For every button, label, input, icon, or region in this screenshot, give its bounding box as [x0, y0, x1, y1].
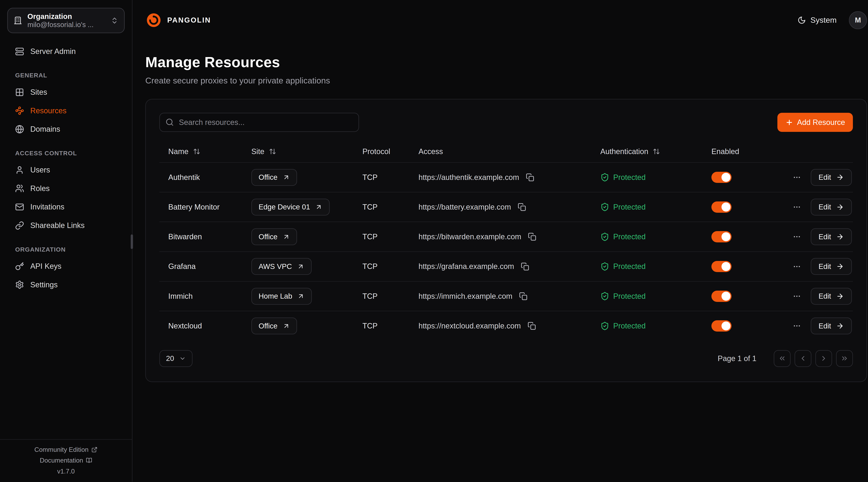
nav-section-access-control: ACCESS CONTROL [0, 138, 132, 161]
site-name: Office [258, 233, 277, 241]
search-input[interactable] [159, 113, 359, 132]
sidebar-item-sites[interactable]: Sites [0, 83, 132, 101]
arrow-up-right-icon [283, 233, 290, 240]
sidebar-item-users[interactable]: Users [0, 161, 132, 179]
resource-url: https://battery.example.com [418, 203, 511, 211]
add-resource-button[interactable]: Add Resource [777, 113, 853, 132]
row-menu-button[interactable] [790, 290, 803, 302]
auth-status: Protected [613, 292, 646, 300]
enabled-toggle[interactable] [711, 201, 732, 213]
chevrons-left-icon [778, 354, 786, 362]
edit-button[interactable]: Edit [811, 169, 852, 186]
topbar: PANGOLIN System M [145, 0, 867, 40]
edit-label: Edit [818, 322, 831, 330]
enabled-toggle[interactable] [711, 320, 732, 331]
sidebar-resize-handle[interactable] [131, 234, 133, 249]
next-page-button[interactable] [815, 350, 832, 367]
table-row: Grafana AWS VPC TCP https://grafana.exam… [159, 251, 853, 281]
authentication-cell: Protected [591, 292, 702, 301]
enabled-toggle[interactable] [711, 172, 732, 183]
card-toolbar: Add Resource [159, 113, 853, 132]
site-link-button[interactable]: Office [251, 228, 297, 245]
copy-url-button[interactable] [526, 230, 538, 243]
sidebar-item-label: Resources [30, 106, 67, 115]
site-link-button[interactable]: AWS VPC [251, 258, 312, 275]
sort-authentication-button[interactable] [652, 147, 661, 156]
sort-site-button[interactable] [268, 147, 277, 156]
server-icon [15, 47, 24, 56]
edit-button[interactable]: Edit [811, 258, 852, 275]
sidebar-item-shareable-links[interactable]: Shareable Links [0, 216, 132, 235]
copy-url-button[interactable] [517, 290, 530, 302]
chevrons-right-icon [841, 354, 848, 362]
edit-button[interactable]: Edit [811, 318, 852, 334]
resource-url: https://immich.example.com [418, 292, 513, 300]
sidebar-item-domains[interactable]: Domains [0, 120, 132, 138]
sort-name-button[interactable] [192, 147, 202, 156]
enabled-toggle[interactable] [711, 261, 732, 272]
sidebar-item-label: Server Admin [30, 47, 76, 56]
last-page-button[interactable] [836, 350, 853, 367]
avatar[interactable]: M [849, 11, 867, 29]
page-size-select[interactable]: 20 [159, 350, 193, 367]
documentation-label: Documentation [40, 457, 83, 464]
pagination: Page 1 of 1 [718, 350, 853, 367]
table-row: Bitwarden Office TCP https://bitwarden.e… [159, 222, 853, 251]
copy-url-button[interactable] [524, 171, 536, 184]
row-menu-button[interactable] [790, 230, 803, 243]
arrow-right-icon [836, 292, 844, 300]
sidebar-item-invitations[interactable]: Invitations [0, 198, 132, 216]
copy-url-button[interactable] [516, 200, 528, 214]
copy-icon [528, 232, 536, 241]
org-selector[interactable]: Organization milo@fossorial.io's ... [7, 8, 125, 33]
authentication-cell: Protected [591, 322, 702, 330]
access-cell: https://battery.example.com [409, 200, 591, 214]
resource-name: Battery Monitor [159, 203, 242, 211]
site-link-button[interactable]: Office [251, 318, 297, 334]
sidebar-item-api-keys[interactable]: API Keys [0, 257, 132, 276]
chevron-right-icon [820, 354, 828, 362]
previous-page-button[interactable] [795, 350, 811, 367]
chevron-down-icon [179, 355, 186, 362]
site-link-button[interactable]: Edge Device 01 [251, 199, 330, 216]
site-link-button[interactable]: Office [251, 169, 297, 186]
authentication-cell: Protected [591, 232, 702, 242]
row-menu-button[interactable] [790, 200, 803, 214]
mail-icon [15, 202, 24, 212]
site-link-button[interactable]: Home Lab [251, 288, 312, 305]
topbar-right: System M [798, 11, 867, 29]
theme-toggle-button[interactable]: System [798, 15, 837, 25]
row-menu-button[interactable] [790, 171, 803, 184]
column-header-access: Access [409, 147, 591, 156]
arrow-up-down-icon [193, 148, 200, 155]
enabled-toggle[interactable] [711, 291, 732, 302]
community-edition-link[interactable]: Community Edition [34, 446, 98, 453]
actions-cell: Edit [782, 258, 853, 275]
documentation-link[interactable]: Documentation [40, 457, 92, 464]
edit-button[interactable]: Edit [811, 228, 852, 245]
edit-label: Edit [818, 262, 831, 271]
auth-status: Protected [613, 203, 646, 211]
row-menu-button[interactable] [790, 319, 803, 332]
shield-check-icon [600, 262, 609, 271]
book-icon [86, 457, 92, 463]
first-page-button[interactable] [774, 350, 790, 367]
arrow-right-icon [836, 233, 844, 240]
column-header-protocol: Protocol [353, 147, 409, 156]
copy-url-button[interactable] [519, 260, 531, 273]
enabled-toggle[interactable] [711, 231, 732, 243]
sidebar-item-roles[interactable]: Roles [0, 179, 132, 198]
column-header-authentication: Authentication [591, 147, 702, 156]
chevrons-up-down-icon [111, 17, 118, 25]
access-cell: https://immich.example.com [409, 290, 591, 302]
row-menu-button[interactable] [790, 260, 803, 273]
sidebar-item-settings[interactable]: Settings [0, 276, 132, 294]
sidebar-item-server-admin[interactable]: Server Admin [0, 42, 132, 61]
sidebar: Organization milo@fossorial.io's ... Ser… [0, 0, 132, 482]
sidebar-item-resources[interactable]: Resources [0, 101, 132, 120]
copy-url-button[interactable] [525, 319, 538, 332]
edit-button[interactable]: Edit [811, 199, 852, 216]
edit-button[interactable]: Edit [811, 288, 852, 305]
edit-label: Edit [818, 233, 831, 241]
actions-cell: Edit [782, 318, 853, 334]
